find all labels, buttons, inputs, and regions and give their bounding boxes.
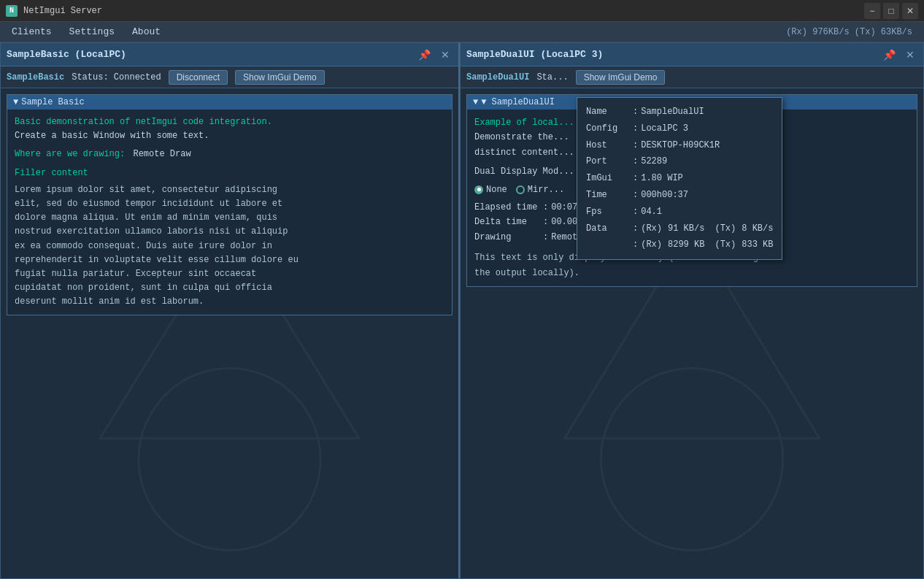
info-data-rx1: (Rx) (641, 221, 662, 237)
left-status-text: Status: Connected (72, 72, 161, 83)
where-value: Remote Draw (133, 149, 190, 159)
imgui-window-body: Basic demonstration of netImgui code int… (7, 110, 452, 315)
info-time-key: Time (586, 187, 630, 204)
where-drawing-row: Where are we drawing: Remote Draw (15, 147, 444, 161)
info-fps-val: 04.1 (641, 204, 662, 221)
info-imgui-key: ImGui (586, 170, 630, 187)
drawing-colon: : (543, 230, 548, 245)
info-data-tx2: (Tx) (715, 237, 736, 253)
imgui-dual-window-title: ▼ SampleDualUI (481, 97, 555, 107)
left-client-name: SampleBasic (7, 72, 64, 83)
left-panel-titlebar: SampleBasic (LocalPC) 📌 ✕ (1, 43, 458, 66)
info-port-val: 52289 (641, 153, 667, 170)
close-button[interactable]: ✕ (902, 3, 918, 19)
right-panel-subbar: SampleDualUI Sta... Show ImGui Demo (461, 66, 923, 88)
delta-colon: : (543, 215, 548, 229)
radio-none-label: None (486, 183, 507, 197)
info-data-key2 (586, 237, 630, 253)
show-imgui-demo-right-button[interactable]: Show ImGui Demo (576, 70, 666, 85)
info-data-tx1: (Tx) (715, 221, 736, 237)
info-data-key: Data (586, 221, 630, 237)
filler-label: Filler content (15, 166, 444, 180)
left-panel-subbar: SampleBasic Status: Connected Disconnect… (1, 66, 458, 88)
info-config-row: Config : LocalPC 3 (586, 120, 773, 137)
info-data-rx2: (Rx) (641, 237, 662, 253)
right-panel-titlebar: SampleDualUI (LocalPC 3) 📌 ✕ (461, 43, 923, 66)
info-imgui-row: ImGui : 1.80 WIP (586, 170, 773, 187)
menu-about[interactable]: About (123, 23, 169, 40)
app-icon: N (6, 5, 18, 17)
info-fps-row: Fps : 04.1 (586, 204, 773, 221)
elapsed-key: Elapsed time (474, 200, 540, 215)
left-panel: SampleBasic (LocalPC) 📌 ✕ SampleBasic St… (0, 42, 460, 579)
disconnect-button[interactable]: Disconnect (169, 70, 228, 85)
title-bar: N NetImgui Server − □ ✕ (0, 0, 924, 22)
radio-none[interactable]: None (474, 183, 507, 197)
info-config-val: LocalPC 3 (641, 120, 688, 137)
maximize-button[interactable]: □ (883, 3, 899, 19)
info-data-val1: 91 KB/s (668, 221, 704, 237)
radio-mirror-label: Mirr... (528, 183, 564, 197)
info-port-key: Port (586, 153, 630, 170)
elapsed-colon: : (543, 200, 548, 215)
main-area: SampleBasic (LocalPC) 📌 ✕ SampleBasic St… (0, 42, 924, 579)
intro-white-text: Create a basic Window with some text. (15, 129, 444, 143)
info-data-tval2: 833 KB (742, 237, 773, 253)
intro-cyan-text: Basic demonstration of netImgui code int… (15, 115, 444, 129)
imgui-dual-collapse-icon: ▼ (473, 97, 478, 107)
show-imgui-demo-left-button[interactable]: Show ImGui Demo (235, 70, 325, 85)
info-data-row2: : (Rx) 8299 KB (Tx) 833 KB (586, 237, 773, 253)
delta-key: Delta time (474, 215, 540, 229)
left-panel-title: SampleBasic (LocalPC) (7, 49, 411, 60)
info-host-row: Host : DESKTOP-H09CK1R (586, 137, 773, 154)
menu-settings[interactable]: Settings (61, 23, 123, 40)
info-imgui-val: 1.80 WIP (641, 170, 683, 187)
info-data-row1: Data : (Rx) 91 KB/s (Tx) 8 KB/s (586, 221, 773, 237)
info-host-val: DESKTOP-H09CK1R (641, 137, 720, 154)
info-time-val: 000h00:37 (641, 187, 688, 204)
right-panel-title: SampleDualUI (LocalPC 3) (466, 49, 876, 60)
info-name-row: Name : SampleDualUI (586, 104, 773, 120)
network-status: (Rx) 976KB/s (Tx) 63KB/s (786, 27, 921, 37)
imgui-window-titlebar: ▼ Sample Basic (7, 95, 452, 110)
radio-mirror[interactable]: Mirr... (516, 183, 564, 197)
svg-point-4 (601, 368, 782, 550)
info-time-row: Time : 000h00:37 (586, 187, 773, 204)
minimize-button[interactable]: − (864, 3, 880, 19)
radio-mirror-circle (516, 185, 525, 194)
info-port-row: Port : 52289 (586, 153, 773, 170)
info-popup: Name : SampleDualUI Config : LocalPC 3 H… (577, 97, 782, 260)
imgui-collapse-icon: ▼ (13, 97, 18, 107)
right-status-text: Sta... (536, 72, 568, 83)
menu-clients[interactable]: Clients (3, 23, 61, 40)
imgui-window-title: Sample Basic (21, 97, 84, 107)
info-config-key: Config (586, 120, 630, 137)
left-panel-content: ▼ Sample Basic Basic demonstration of ne… (1, 88, 458, 578)
elapsed-val: 00:07 (551, 200, 577, 215)
menu-bar: Clients Settings About (Rx) 976KB/s (Tx)… (0, 22, 924, 42)
right-client-name: SampleDualUI (466, 72, 529, 83)
left-close-button[interactable]: ✕ (438, 47, 453, 62)
drawing-key: Drawing (474, 230, 540, 245)
info-name-key: Name (586, 104, 630, 120)
right-pin-button[interactable]: 📌 (880, 47, 898, 62)
info-data-val2: 8299 KB (668, 237, 704, 253)
app-title: NetImgui Server (23, 6, 858, 16)
window-controls: − □ ✕ (864, 3, 918, 19)
info-data-tval1: 8 KB/s (742, 221, 773, 237)
lorem-text: Lorem ipsum dolor sit amet, consectetur … (15, 183, 444, 310)
info-name-val: SampleDualUI (641, 104, 704, 120)
radio-none-circle (474, 185, 483, 194)
info-fps-key: Fps (586, 204, 630, 221)
left-pin-button[interactable]: 📌 (415, 47, 434, 62)
imgui-sample-basic-window: ▼ Sample Basic Basic demonstration of ne… (7, 94, 453, 315)
where-label: Where are we drawing: (15, 149, 125, 159)
info-host-key: Host (586, 137, 630, 154)
right-close-button[interactable]: ✕ (903, 47, 917, 62)
svg-point-1 (139, 368, 320, 550)
